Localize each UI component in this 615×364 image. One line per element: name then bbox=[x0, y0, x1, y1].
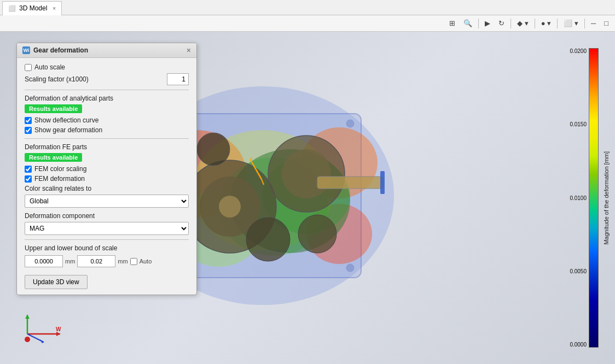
svg-point-16 bbox=[298, 215, 336, 253]
maximize-button[interactable]: □ bbox=[601, 17, 612, 30]
svg-rect-17 bbox=[317, 177, 383, 189]
lower-bound-input[interactable] bbox=[25, 255, 63, 267]
panel-title-icon: Wi bbox=[22, 46, 30, 54]
auto-scale-row: Auto scale bbox=[25, 63, 189, 71]
fem-deformation-row: FEM deformation bbox=[25, 175, 189, 183]
fem-deformation-label[interactable]: FEM deformation bbox=[34, 175, 85, 183]
toolbar-divider-2 bbox=[510, 19, 511, 28]
scale-value-min: 0.0000 bbox=[570, 342, 587, 348]
svg-marker-28 bbox=[56, 332, 60, 336]
fem-color-scaling-checkbox[interactable] bbox=[25, 166, 32, 173]
panel-title-text: Gear deformation bbox=[33, 46, 88, 54]
fem-deformation-checkbox[interactable] bbox=[25, 175, 32, 183]
gear-deformation-label[interactable]: Show gear deformation bbox=[34, 126, 102, 134]
svg-marker-30 bbox=[25, 315, 30, 319]
fe-section-label: Deformation FE parts bbox=[25, 143, 189, 151]
panel-header: Wi Gear deformation × bbox=[17, 43, 196, 58]
deformation-component-select[interactable]: MAG X Y Z bbox=[25, 222, 189, 235]
divider-1 bbox=[25, 90, 189, 90]
divider-2 bbox=[25, 138, 189, 139]
svg-text:W: W bbox=[56, 326, 61, 332]
toolbar-divider-4 bbox=[557, 19, 558, 28]
scaling-label: Scaling factor (x1000) bbox=[25, 75, 89, 83]
minimize-button[interactable]: ─ bbox=[588, 17, 599, 30]
tab-3d-model[interactable]: ⬜ 3D Model × bbox=[2, 1, 62, 15]
svg-point-15 bbox=[246, 218, 290, 261]
svg-point-26 bbox=[346, 264, 354, 272]
color-scale-area: 0.0200 0.0150 0.0100 0.0050 0.0000 Magni… bbox=[555, 48, 610, 348]
svg-rect-18 bbox=[380, 171, 385, 194]
fem-color-scaling-row: FEM color scaling bbox=[25, 165, 189, 173]
deflection-curve-checkbox[interactable] bbox=[25, 117, 32, 124]
upper-bound-input[interactable] bbox=[77, 255, 115, 267]
toolbar-divider-3 bbox=[535, 19, 535, 28]
svg-point-19 bbox=[197, 133, 230, 166]
display-button[interactable]: ● ▾ bbox=[538, 17, 554, 30]
deflection-curve-row: Show deflection curve bbox=[25, 116, 189, 124]
color-scaling-select[interactable]: Global Local bbox=[25, 195, 189, 208]
window-button[interactable]: ⬜ ▾ bbox=[560, 17, 582, 30]
analytical-section-label: Deformation of analytical parts bbox=[25, 95, 189, 102]
svg-point-34 bbox=[25, 337, 30, 342]
refresh-button[interactable]: ↻ bbox=[495, 17, 508, 30]
gear-deformation-panel: Wi Gear deformation × Auto scale Scaling… bbox=[16, 43, 197, 295]
bounds-row: mm mm Auto bbox=[25, 255, 189, 267]
panel-close-button[interactable]: × bbox=[187, 46, 191, 54]
deformation-component-dropdown-row: MAG X Y Z bbox=[25, 222, 189, 235]
lower-unit-label: mm bbox=[65, 258, 75, 265]
scale-value-max: 0.0200 bbox=[570, 48, 587, 54]
tab-title: 3D Model bbox=[19, 4, 47, 12]
color-gradient-bar bbox=[589, 48, 599, 348]
scale-value-2: 0.0100 bbox=[570, 195, 587, 201]
toolbar-divider-5 bbox=[584, 19, 585, 28]
view-mode-button[interactable]: ◆ ▾ bbox=[514, 17, 532, 30]
play-button[interactable]: ▶ bbox=[481, 17, 494, 30]
auto-scale-label[interactable]: Auto scale bbox=[34, 63, 65, 71]
scale-title: Magnitude of the deformation [mm] bbox=[603, 151, 610, 245]
svg-point-24 bbox=[346, 120, 354, 127]
scale-value-3: 0.0150 bbox=[570, 121, 587, 127]
bounds-auto-checkbox[interactable] bbox=[130, 258, 137, 265]
svg-point-12 bbox=[219, 196, 241, 218]
panel-body: Auto scale Scaling factor (x1000) Deform… bbox=[17, 58, 196, 295]
scaling-input[interactable] bbox=[167, 73, 189, 85]
scale-values: 0.0200 0.0150 0.0100 0.0050 0.0000 bbox=[570, 48, 587, 348]
axes-widget: W bbox=[16, 309, 66, 348]
analytical-status-badge: Results available bbox=[25, 104, 82, 113]
deflection-curve-label[interactable]: Show deflection curve bbox=[34, 116, 98, 124]
toolbar-divider-1 bbox=[478, 19, 479, 28]
scale-value-1: 0.0050 bbox=[570, 268, 587, 274]
divider-3 bbox=[25, 239, 189, 240]
upper-unit-label: mm bbox=[118, 258, 127, 265]
fit-view-button[interactable]: ⊞ bbox=[446, 17, 459, 30]
color-scaling-dropdown-row: Global Local bbox=[25, 195, 189, 208]
main-area: 0.0200 0.0150 0.0100 0.0050 0.0000 Magni… bbox=[0, 32, 615, 364]
toolbar: ⊞ 🔍 ▶ ↻ ◆ ▾ ● ▾ ⬜ ▾ ─ □ bbox=[0, 15, 615, 32]
svg-point-14 bbox=[282, 149, 331, 198]
gear-deformation-row: Show gear deformation bbox=[25, 126, 189, 134]
scaling-row: Scaling factor (x1000) bbox=[25, 73, 189, 85]
fem-color-scaling-label[interactable]: FEM color scaling bbox=[34, 165, 86, 173]
gear-deformation-checkbox[interactable] bbox=[25, 127, 32, 134]
deformation-component-label: Deformation component bbox=[25, 212, 189, 220]
fe-status-badge: Results available bbox=[25, 153, 82, 162]
tab-icon-3d: ⬜ bbox=[8, 5, 16, 12]
tab-close-button[interactable]: × bbox=[53, 5, 56, 11]
bounds-label: Upper and lower bound of scale bbox=[25, 244, 189, 252]
auto-scale-checkbox[interactable] bbox=[25, 64, 32, 71]
update-3d-view-button[interactable]: Update 3D view bbox=[25, 275, 88, 289]
zoom-button[interactable]: 🔍 bbox=[460, 17, 475, 30]
panel-title-row: Wi Gear deformation bbox=[22, 46, 88, 54]
title-bar: ⬜ 3D Model × bbox=[0, 0, 615, 15]
bounds-auto-label[interactable]: Auto bbox=[140, 258, 152, 265]
color-scaling-relates-label: Color scaling relates to bbox=[25, 185, 189, 192]
